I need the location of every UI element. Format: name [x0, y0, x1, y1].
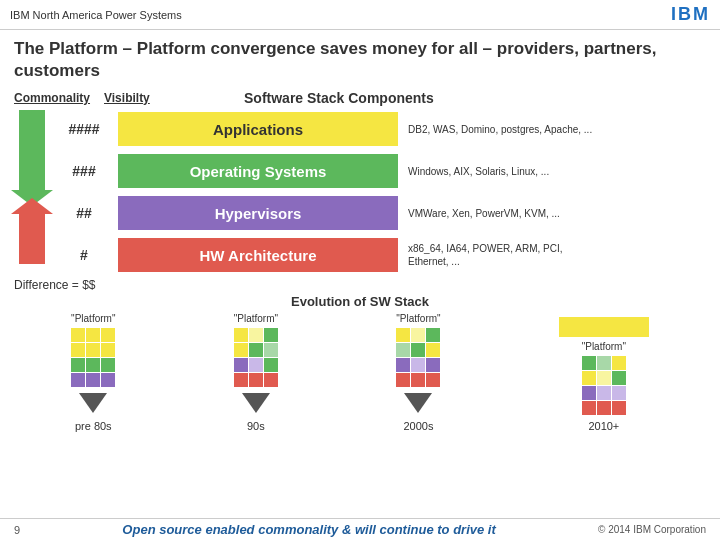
stack-row-hypervisors: ## Hypervisors VMWare, Xen, PowerVM, KVM…	[54, 194, 706, 232]
hashes-os: ###	[54, 163, 114, 179]
platform-label-pre80s: "Platform"	[71, 313, 115, 324]
era-label-2000s: 2000s	[403, 420, 433, 432]
stack-row-os: ### Operating Systems Windows, AIX, Sola…	[54, 152, 706, 190]
evolution-section: Evolution of SW Stack "Platform" pre 80s…	[0, 294, 720, 440]
platform-pre80s: "Platform" pre 80s	[71, 313, 115, 432]
hashes-hypervisors: ##	[54, 205, 114, 221]
arrow-2000s	[404, 393, 432, 413]
platforms-row: "Platform" pre 80s "Platform" 90s	[14, 313, 706, 440]
footer-tagline: Open source enabled commonality & will c…	[20, 522, 598, 537]
col-commonality-label: Commonality	[14, 91, 104, 105]
commonality-arrow-area	[14, 110, 50, 274]
era-label-90s: 90s	[247, 420, 265, 432]
columns-header: Commonality Visibilty Software Stack Com…	[0, 88, 720, 108]
arrow-pre80s	[79, 393, 107, 413]
difference-label: Difference = $$	[0, 276, 720, 292]
single-bar-2010	[559, 317, 649, 337]
era-label-pre80s: pre 80s	[75, 420, 112, 432]
hashes-applications: ####	[54, 121, 114, 137]
bar-hw: HW Architecture	[118, 238, 398, 272]
bar-label-hypervisors: Hypervisors	[215, 205, 302, 222]
platform-grid-90s	[234, 328, 278, 387]
note-hw: x86_64, IA64, POWER, ARM, PCI, Ethernet,…	[398, 242, 598, 268]
bar-hypervisors: Hypervisors	[118, 196, 398, 230]
note-hypervisors: VMWare, Xen, PowerVM, KVM, ...	[398, 207, 598, 220]
stack-row-hw: # HW Architecture x86_64, IA64, POWER, A…	[54, 236, 706, 274]
col-visibility-label: Visibilty	[104, 91, 184, 105]
platform-label-2000s: "Platform"	[396, 313, 440, 324]
note-os: Windows, AIX, Solaris, Linux, ...	[398, 165, 598, 178]
hashes-hw: #	[54, 247, 114, 263]
stack-row-applications: #### Applications DB2, WAS, Domino, post…	[54, 110, 706, 148]
platform-90s: "Platform" 90s	[234, 313, 278, 432]
stack-section: #### Applications DB2, WAS, Domino, post…	[0, 108, 720, 276]
col-software-label: Software Stack Components	[244, 90, 434, 106]
arrow-90s	[242, 393, 270, 413]
red-up-arrow	[19, 214, 45, 264]
bar-os: Operating Systems	[118, 154, 398, 188]
platform-label-90s: "Platform"	[234, 313, 278, 324]
evolution-title: Evolution of SW Stack	[14, 294, 706, 309]
era-label-2010plus: 2010+	[588, 420, 619, 432]
bar-label-applications: Applications	[213, 121, 303, 138]
bar-label-hw: HW Architecture	[200, 247, 317, 264]
green-down-arrow	[19, 110, 45, 190]
platform-grid-pre80s	[71, 328, 115, 387]
footer: 9 Open source enabled commonality & will…	[0, 518, 720, 540]
platform-label-2010plus: "Platform"	[582, 341, 626, 352]
stack-rows: #### Applications DB2, WAS, Domino, post…	[54, 110, 706, 274]
ibm-logo: IBM	[671, 4, 710, 25]
platform-2010plus: "Platform" 2010+	[559, 317, 649, 432]
company-name: IBM North America Power Systems	[10, 9, 182, 21]
copyright: © 2014 IBM Corporation	[598, 524, 706, 535]
header: IBM North America Power Systems IBM	[0, 0, 720, 30]
platform-grid-2010plus	[582, 356, 626, 415]
note-applications: DB2, WAS, Domino, postgres, Apache, ...	[398, 123, 598, 136]
platform-2000s: "Platform" 2000s	[396, 313, 440, 432]
bar-label-os: Operating Systems	[190, 163, 327, 180]
platform-grid-2000s	[396, 328, 440, 387]
main-title: The Platform – Platform convergence save…	[0, 30, 720, 86]
bar-applications: Applications	[118, 112, 398, 146]
